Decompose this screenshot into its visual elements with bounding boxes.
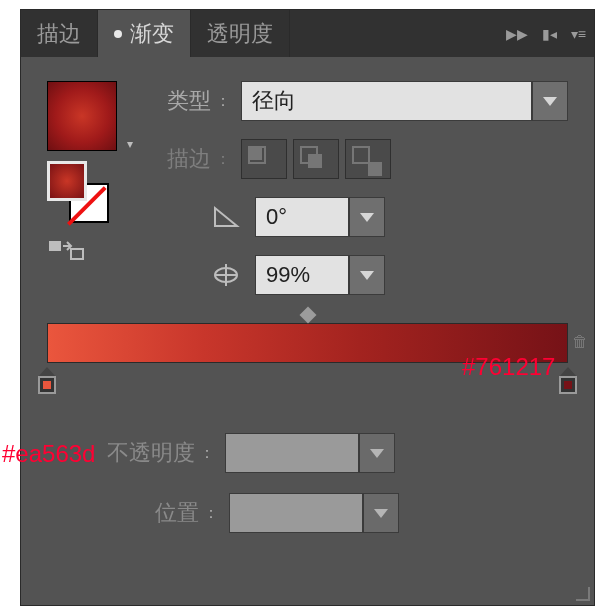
- gradient-stop-right[interactable]: [559, 367, 577, 394]
- type-label: 类型: [167, 86, 211, 116]
- gradient-preview-swatch[interactable]: [47, 81, 117, 151]
- aspect-ratio-input[interactable]: 99%: [255, 255, 385, 295]
- stroke-mode-along-button[interactable]: [293, 139, 339, 179]
- gradient-panel: 描边 渐变 透明度 ▶▶ ▮◂ ▾≡ ▾: [20, 9, 595, 606]
- gradient-ramp[interactable]: 🗑: [47, 323, 568, 363]
- angle-icon: [209, 204, 243, 230]
- type-select-value: 径向: [241, 81, 532, 121]
- type-select[interactable]: 径向: [241, 81, 568, 121]
- reverse-gradient-icon[interactable]: [47, 235, 87, 265]
- opacity-input: [225, 433, 395, 473]
- stroke-mode-across-button[interactable]: [345, 139, 391, 179]
- colon: ：: [203, 503, 219, 524]
- colon: ：: [215, 91, 231, 112]
- opacity-value: [225, 433, 359, 473]
- dropdown-arrow-icon: [359, 433, 395, 473]
- dropdown-arrow-icon: [363, 493, 399, 533]
- svg-rect-0: [49, 241, 61, 251]
- angle-value: 0°: [255, 197, 349, 237]
- panel-resize-handle[interactable]: [576, 587, 590, 601]
- position-label: 位置: [155, 498, 199, 528]
- svg-rect-1: [71, 249, 83, 259]
- stroke-gradient-mode-group: [241, 139, 391, 179]
- position-value: [229, 493, 363, 533]
- dropdown-arrow-icon[interactable]: [532, 81, 568, 121]
- dropdown-arrow-icon[interactable]: [349, 197, 385, 237]
- tab-transparency[interactable]: 透明度: [191, 10, 290, 57]
- stroke-mode-within-button[interactable]: [241, 139, 287, 179]
- tab-indicator-dot: [114, 30, 122, 38]
- panel-tabbar: 描边 渐变 透明度 ▶▶ ▮◂ ▾≡: [21, 10, 594, 57]
- colon: ：: [215, 149, 231, 170]
- gradient-midpoint-handle[interactable]: [299, 307, 316, 324]
- tab-gradient[interactable]: 渐变: [98, 10, 191, 57]
- aspect-ratio-value: 99%: [255, 255, 349, 295]
- aspect-ratio-icon: [209, 262, 243, 288]
- gradient-bar[interactable]: [47, 323, 568, 363]
- fill-swatch[interactable]: [47, 161, 87, 201]
- gradient-stop-left[interactable]: [38, 367, 56, 394]
- position-input: [229, 493, 399, 533]
- panel-content: ▾ 类型 ： 径向: [21, 57, 594, 533]
- tab-label: 描边: [37, 19, 81, 49]
- fast-forward-icon[interactable]: ▶▶: [506, 26, 528, 42]
- stroke-gradient-label: 描边: [167, 144, 211, 174]
- collapse-icon[interactable]: ▮◂: [542, 26, 557, 42]
- dropdown-arrow-icon[interactable]: [349, 255, 385, 295]
- panel-menu-area: ▶▶ ▮◂ ▾≡: [506, 10, 586, 57]
- fill-stroke-switcher[interactable]: [47, 161, 107, 221]
- swatch-dropdown-icon[interactable]: ▾: [127, 137, 133, 151]
- tab-label: 渐变: [130, 19, 174, 49]
- colon: ：: [199, 443, 215, 464]
- tab-label: 透明度: [207, 19, 273, 49]
- opacity-label: 不透明度: [107, 438, 195, 468]
- flyout-menu-icon[interactable]: ▾≡: [571, 26, 586, 42]
- angle-input[interactable]: 0°: [255, 197, 385, 237]
- delete-stop-icon[interactable]: 🗑: [572, 333, 588, 351]
- tab-stroke[interactable]: 描边: [21, 10, 98, 57]
